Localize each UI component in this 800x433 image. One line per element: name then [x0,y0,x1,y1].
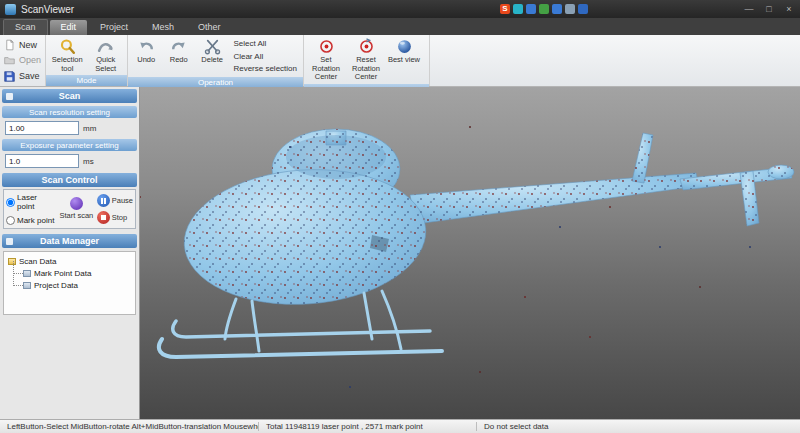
point-type-radios: Laser point Mark point [6,193,56,225]
scan-control-title: Scan Control [41,175,97,185]
ribbon-filler [430,35,800,86]
exposure-unit: ms [83,157,94,166]
tree-node-mark-point-data[interactable]: Mark Point Data [23,267,131,279]
tab-other[interactable]: Other [187,20,232,35]
mark-point-data-label: Mark Point Data [34,269,91,278]
status-mouse-hints: LeftButton-Select MidButton-rotate Alt+M… [0,422,258,431]
save-disk-icon [4,71,15,82]
scan-panel-title: Scan [59,91,81,101]
pause-stop-column: Pause Stop [97,194,133,224]
tree-node-scan-data[interactable]: Scan Data [8,255,131,267]
undo-button[interactable]: Undo [131,37,162,65]
sidebar-empty-area [0,315,139,419]
selection-text-buttons: Select All Clear All Reverse selection [230,37,300,75]
system-tray: S [500,4,588,14]
laser-point-radio-input[interactable] [6,198,15,207]
set-rotation-center-icon [318,38,335,55]
mode-group-label: Mode [46,75,127,86]
scan-sidebar: Scan Scan resolution setting mm Exposure… [0,87,140,419]
open-folder-icon [4,55,15,65]
reset-rotation-center-button[interactable]: Reset Rotation Center [347,37,385,82]
menu-tab-bar: Scan Edit Project Mesh Other [0,18,800,35]
selection-tool-button[interactable]: Selection tool [49,37,86,73]
clear-all-button[interactable]: Clear All [233,52,297,61]
resolution-input[interactable] [5,121,79,135]
start-scan-label: Start scan [60,212,94,220]
data-manager-tree: Scan Data Mark Point Data Project Data [3,251,136,315]
scan-point-speckles [140,87,800,419]
delete-button[interactable]: Delete [196,37,228,65]
stop-button[interactable]: Stop [97,211,133,224]
undo-icon [138,38,155,55]
new-button[interactable]: New [4,38,41,52]
minimize-button[interactable]: — [743,4,755,14]
open-button[interactable]: Open [4,53,41,67]
close-button[interactable]: × [783,4,795,14]
main-content: Scan Scan resolution setting mm Exposure… [0,87,800,419]
usb-icon[interactable] [552,4,562,14]
delete-label: Delete [201,56,223,65]
tab-project[interactable]: Project [89,20,139,35]
mark-point-radio-input[interactable] [6,216,15,225]
set-rotation-center-button[interactable]: Set Rotation Center [307,37,345,82]
maximize-button[interactable]: □ [763,4,775,14]
mode-group: Selection tool Quick Select Mode [46,35,128,86]
capture-icon[interactable] [513,4,523,14]
select-all-button[interactable]: Select All [233,39,297,48]
status-selection-state: Do not select data [476,422,800,431]
start-scan-icon [70,197,83,210]
tree-node-project-data[interactable]: Project Data [23,279,131,291]
reverse-selection-button[interactable]: Reverse selection [233,64,297,73]
selection-tool-label: Selection tool [49,56,86,73]
tab-edit[interactable]: Edit [50,20,88,35]
app-icon [5,4,16,15]
best-view-button[interactable]: Best view [387,37,421,65]
pause-button[interactable]: Pause [97,194,133,207]
reset-rotation-center-icon [358,38,375,55]
mark-point-radio[interactable]: Mark point [6,216,56,225]
network-icon[interactable] [578,4,588,14]
laser-point-radio[interactable]: Laser point [6,193,56,211]
data-node-icon [23,282,31,289]
scan-panel-header: Scan [2,89,137,103]
save-button[interactable]: Save [4,69,41,83]
wrench-icon[interactable] [565,4,575,14]
quick-select-button[interactable]: Quick Select [88,37,125,73]
data-node-icon [23,270,31,277]
viewport-3d[interactable] [140,87,800,419]
scanviewer-window: ScanViewer S — □ × Scan Edit Project Mes… [0,0,800,433]
pause-icon [97,194,110,207]
tab-scan[interactable]: Scan [3,19,48,35]
eye-icon[interactable] [526,4,536,14]
resolution-row: mm [5,121,134,135]
mic-icon[interactable] [539,4,549,14]
titlebar: ScanViewer S — □ × [0,0,800,18]
view-group: Set Rotation Center Reset Rotation Cente… [304,35,430,86]
exposure-row: ms [5,154,134,168]
scan-control-box: Laser point Mark point Start scan Pause [3,189,136,229]
input-method-icon[interactable]: S [500,4,510,14]
start-scan-button[interactable]: Start scan [59,197,94,220]
exposure-input[interactable] [5,154,79,168]
data-manager-pin-icon [6,238,13,245]
helicopter-model[interactable] [140,87,800,419]
window-controls: — □ × [743,4,795,14]
project-data-label: Project Data [34,281,78,290]
selection-tool-icon [59,38,76,55]
new-label: New [19,40,37,50]
status-point-counts: Total 11948119 laser point , 2571 mark p… [258,422,476,431]
save-label: Save [19,71,40,81]
redo-icon [170,38,187,55]
scan-control-header: Scan Control [2,173,137,187]
undo-label: Undo [137,56,155,65]
operation-group: Undo Redo Delete Select All Clear All Re… [128,35,304,86]
tab-mesh[interactable]: Mesh [141,20,185,35]
mark-point-label: Mark point [17,216,54,225]
best-view-label: Best view [388,56,420,65]
set-rotation-center-label: Set Rotation Center [307,56,345,82]
redo-label: Redo [170,56,188,65]
ribbon: New Open Save Selection tool Quick Selec… [0,35,800,87]
data-manager-title: Data Manager [40,236,99,246]
scan-data-label: Scan Data [19,257,56,266]
redo-button[interactable]: Redo [164,37,195,65]
